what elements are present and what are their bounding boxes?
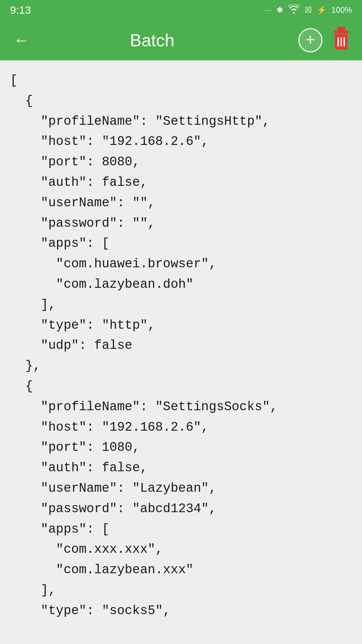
delete-button[interactable] <box>330 28 352 52</box>
wifi-icon <box>288 4 300 16</box>
charging-icon: ⚡ <box>317 5 327 15</box>
battery-level: 100% <box>331 5 352 15</box>
add-icon: + <box>306 32 315 48</box>
content-area: [ { "profileName": "SettingsHttp", "host… <box>0 60 362 644</box>
add-button[interactable]: + <box>298 28 322 52</box>
toolbar-actions: + <box>298 28 352 52</box>
json-viewer: [ { "profileName": "SettingsHttp", "host… <box>10 70 352 621</box>
status-icons: ··· ✱ ☒ ⚡ 100% <box>265 4 352 16</box>
toolbar: ← Batch + <box>0 20 362 60</box>
bluetooth-icon: ✱ <box>277 5 283 15</box>
sim-icon: ☒ <box>305 5 312 15</box>
trash-line-1 <box>338 37 339 47</box>
trash-icon <box>334 31 349 50</box>
status-time: 9:13 <box>10 4 31 16</box>
trash-lid <box>334 31 349 34</box>
status-bar: 9:13 ··· ✱ ☒ ⚡ 100% <box>0 0 362 20</box>
page-title: Batch <box>43 30 261 50</box>
back-button[interactable]: ← <box>10 29 33 52</box>
signal-icon: ··· <box>265 5 272 15</box>
trash-line-3 <box>344 37 345 47</box>
trash-body <box>335 34 348 50</box>
trash-line-2 <box>341 37 342 47</box>
